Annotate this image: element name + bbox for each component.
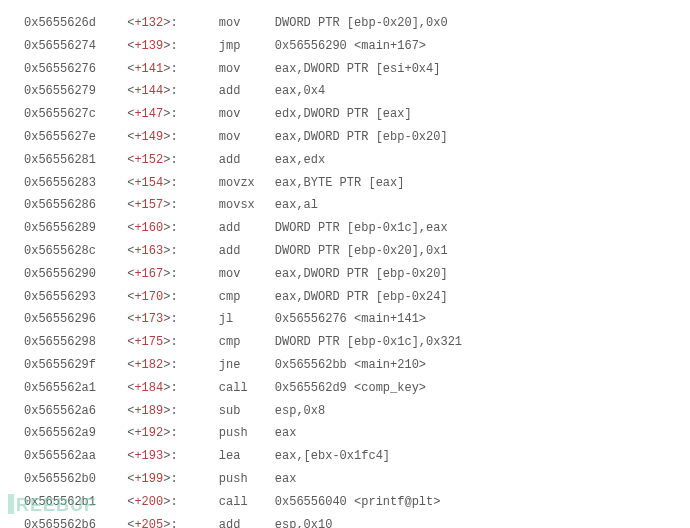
asm-row: 0x56556281 <+152>: addeax,edx: [24, 149, 666, 172]
address: 0x56556290: [24, 263, 120, 286]
asm-row: 0x5655626d <+132>: movDWORD PTR [ebp-0x2…: [24, 12, 666, 35]
offset: <+167>:: [127, 263, 197, 286]
mnemonic: jmp: [219, 35, 275, 58]
asm-row: 0x565562a9 <+192>: pusheax: [24, 422, 666, 445]
offset: <+175>:: [127, 331, 197, 354]
address: 0x56556293: [24, 286, 120, 309]
offset: <+182>:: [127, 354, 197, 377]
asm-row: 0x5655627e <+149>: moveax,DWORD PTR [ebp…: [24, 126, 666, 149]
offset: <+199>:: [127, 468, 197, 491]
asm-row: 0x565562a1 <+184>: call0x565562d9 <comp_…: [24, 377, 666, 400]
mnemonic: jl: [219, 308, 275, 331]
address: 0x56556283: [24, 172, 120, 195]
offset: <+152>:: [127, 149, 197, 172]
offset: <+160>:: [127, 217, 197, 240]
offset: <+205>:: [127, 514, 197, 528]
operands: DWORD PTR [ebp-0x20],0x0: [275, 16, 448, 30]
operands: esp,0x10: [275, 518, 333, 528]
operands: eax,DWORD PTR [ebp-0x20]: [275, 130, 448, 144]
address: 0x56556281: [24, 149, 120, 172]
operands: esp,0x8: [275, 404, 325, 418]
mnemonic: call: [219, 491, 275, 514]
operands: eax,edx: [275, 153, 325, 167]
mnemonic: cmp: [219, 286, 275, 309]
asm-row: 0x56556289 <+160>: addDWORD PTR [ebp-0x1…: [24, 217, 666, 240]
mnemonic: add: [219, 80, 275, 103]
mnemonic: call: [219, 377, 275, 400]
address: 0x56556286: [24, 194, 120, 217]
asm-row: 0x565562a6 <+189>: subesp,0x8: [24, 400, 666, 423]
operands: 0x56556040 <printf@plt>: [275, 495, 441, 509]
offset: <+189>:: [127, 400, 197, 423]
operands: eax,DWORD PTR [esi+0x4]: [275, 62, 441, 76]
mnemonic: sub: [219, 400, 275, 423]
operands: edx,DWORD PTR [eax]: [275, 107, 412, 121]
operands: 0x56556276 <main+141>: [275, 312, 426, 326]
address: 0x565562a1: [24, 377, 120, 400]
asm-row: 0x5655629f <+182>: jne0x565562bb <main+2…: [24, 354, 666, 377]
asm-row: 0x56556293 <+170>: cmpeax,DWORD PTR [ebp…: [24, 286, 666, 309]
asm-row: 0x56556296 <+173>: jl0x56556276 <main+14…: [24, 308, 666, 331]
asm-row: 0x56556274 <+139>: jmp0x56556290 <main+1…: [24, 35, 666, 58]
operands: eax,al: [275, 198, 318, 212]
asm-row: 0x56556279 <+144>: addeax,0x4: [24, 80, 666, 103]
address: 0x5655627c: [24, 103, 120, 126]
offset: <+170>:: [127, 286, 197, 309]
address: 0x56556298: [24, 331, 120, 354]
address: 0x5655626d: [24, 12, 120, 35]
address: 0x56556296: [24, 308, 120, 331]
mnemonic: push: [219, 468, 275, 491]
mnemonic: movsx: [219, 194, 275, 217]
offset: <+193>:: [127, 445, 197, 468]
operands: eax,BYTE PTR [eax]: [275, 176, 405, 190]
mnemonic: mov: [219, 103, 275, 126]
offset: <+200>:: [127, 491, 197, 514]
operands: eax,0x4: [275, 84, 325, 98]
asm-row: 0x56556298 <+175>: cmpDWORD PTR [ebp-0x1…: [24, 331, 666, 354]
mnemonic: mov: [219, 126, 275, 149]
mnemonic: add: [219, 217, 275, 240]
offset: <+147>:: [127, 103, 197, 126]
offset: <+157>:: [127, 194, 197, 217]
asm-row: 0x56556290 <+167>: moveax,DWORD PTR [ebp…: [24, 263, 666, 286]
operands: 0x565562d9 <comp_key>: [275, 381, 426, 395]
mnemonic: movzx: [219, 172, 275, 195]
offset: <+173>:: [127, 308, 197, 331]
mnemonic: mov: [219, 12, 275, 35]
address: 0x5655627e: [24, 126, 120, 149]
mnemonic: add: [219, 514, 275, 528]
offset: <+139>:: [127, 35, 197, 58]
asm-row: 0x5655628c <+163>: addDWORD PTR [ebp-0x2…: [24, 240, 666, 263]
asm-row: 0x56556283 <+154>: movzxeax,BYTE PTR [ea…: [24, 172, 666, 195]
mnemonic: add: [219, 149, 275, 172]
address: 0x56556279: [24, 80, 120, 103]
operands: eax: [275, 426, 297, 440]
watermark-text: REEBUF: [16, 495, 96, 515]
mnemonic: push: [219, 422, 275, 445]
asm-row: 0x56556276 <+141>: moveax,DWORD PTR [esi…: [24, 58, 666, 81]
asm-row: 0x5655627c <+147>: movedx,DWORD PTR [eax…: [24, 103, 666, 126]
operands: eax: [275, 472, 297, 486]
asm-row: 0x565562aa <+193>: leaeax,[ebx-0x1fc4]: [24, 445, 666, 468]
address: 0x5655628c: [24, 240, 120, 263]
mnemonic: jne: [219, 354, 275, 377]
offset: <+163>:: [127, 240, 197, 263]
mnemonic: add: [219, 240, 275, 263]
operands: DWORD PTR [ebp-0x1c],eax: [275, 221, 448, 235]
offset: <+141>:: [127, 58, 197, 81]
asm-row: 0x565562b6 <+205>: addesp,0x10: [24, 514, 666, 528]
address: 0x565562aa: [24, 445, 120, 468]
offset: <+149>:: [127, 126, 197, 149]
operands: DWORD PTR [ebp-0x20],0x1: [275, 244, 448, 258]
address: 0x56556274: [24, 35, 120, 58]
offset: <+144>:: [127, 80, 197, 103]
offset: <+184>:: [127, 377, 197, 400]
address: 0x56556276: [24, 58, 120, 81]
watermark: REEBUF: [8, 488, 96, 522]
operands: DWORD PTR [ebp-0x1c],0x321: [275, 335, 462, 349]
operands: 0x56556290 <main+167>: [275, 39, 426, 53]
offset: <+132>:: [127, 12, 197, 35]
mnemonic: mov: [219, 263, 275, 286]
operands: eax,[ebx-0x1fc4]: [275, 449, 390, 463]
address: 0x565562a6: [24, 400, 120, 423]
